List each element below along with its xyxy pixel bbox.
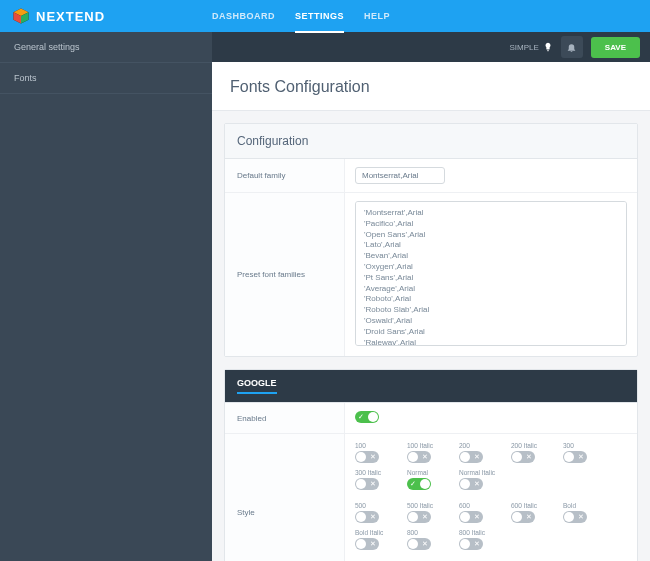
nav-dashboard[interactable]: DASHBOARD	[212, 1, 275, 31]
sidebar-item-fonts[interactable]: Fonts	[0, 63, 212, 94]
toggle-item: 600 Italic	[511, 502, 553, 523]
toggle-label: Bold Italic	[355, 529, 397, 536]
toggle-item: 100 Italic	[407, 442, 449, 463]
toggle-label: Normal Italic	[459, 469, 501, 476]
toggle-item: Bold Italic	[355, 529, 397, 550]
nav-help[interactable]: HELP	[364, 1, 390, 31]
sidebar-item-general[interactable]: General settings	[0, 32, 212, 63]
toggle-label: 100 Italic	[407, 442, 449, 449]
toggle-label: Bold	[563, 502, 605, 509]
toggle-item: 600	[459, 502, 501, 523]
content-toolbar: SIMPLE SAVE	[212, 32, 650, 62]
logo-cube-icon	[12, 7, 30, 25]
style-toggle-grid: 100100 Italic200200 Italic300300 ItalicN…	[355, 442, 627, 561]
sidebar: General settings Fonts	[0, 32, 212, 561]
toggle-switch[interactable]	[407, 451, 431, 463]
toggle-item: 100	[355, 442, 397, 463]
lightbulb-icon	[543, 42, 553, 52]
toggle-switch[interactable]	[355, 478, 379, 490]
toggle-item: 800	[407, 529, 449, 550]
toggle-item: 800 Italic	[459, 529, 501, 550]
toggle-switch[interactable]	[459, 451, 483, 463]
toggle-item: Bold	[563, 502, 605, 523]
toggle-switch[interactable]	[511, 511, 535, 523]
toggle-item: Normal Italic	[459, 469, 501, 490]
page-title: Fonts Configuration	[230, 78, 632, 96]
toggle-label: 200	[459, 442, 501, 449]
toggle-label: 800 Italic	[459, 529, 501, 536]
toggle-switch[interactable]	[355, 511, 379, 523]
toggle-item: 500 Italic	[407, 502, 449, 523]
toggle-item: 200	[459, 442, 501, 463]
page-header: Fonts Configuration	[212, 62, 650, 111]
preset-families-textarea[interactable]	[355, 201, 627, 346]
config-panel: Configuration Default family Preset font…	[224, 123, 638, 357]
toggle-label: 300 Italic	[355, 469, 397, 476]
toggle-label: 600 Italic	[511, 502, 553, 509]
toggle-switch[interactable]	[355, 538, 379, 550]
toggle-switch[interactable]	[459, 478, 483, 490]
nav-settings[interactable]: SETTINGS	[295, 1, 344, 31]
toggle-switch[interactable]	[563, 451, 587, 463]
mode-label: SIMPLE	[509, 43, 538, 52]
default-family-input[interactable]	[355, 167, 445, 184]
toggle-label: 100	[355, 442, 397, 449]
config-panel-heading: Configuration	[225, 124, 637, 159]
toggle-item: 300 Italic	[355, 469, 397, 490]
google-enabled-toggle[interactable]	[355, 411, 379, 423]
toggle-label: 600	[459, 502, 501, 509]
toggle-switch[interactable]	[407, 538, 431, 550]
toggle-switch[interactable]	[407, 478, 431, 490]
toggle-switch[interactable]	[563, 511, 587, 523]
toggle-item: 200 Italic	[511, 442, 553, 463]
toggle-label: 500	[355, 502, 397, 509]
toggle-label: 800	[407, 529, 449, 536]
notifications-button[interactable]	[561, 36, 583, 58]
main-nav: DASHBOARD SETTINGS HELP	[212, 1, 390, 31]
toggle-switch[interactable]	[355, 451, 379, 463]
mode-simple[interactable]: SIMPLE	[509, 42, 552, 52]
toggle-label: 200 Italic	[511, 442, 553, 449]
brand-name: NEXTEND	[36, 9, 105, 24]
toggle-item: 300	[563, 442, 605, 463]
google-panel-heading: GOOGLE	[225, 370, 637, 403]
toggle-item: 500	[355, 502, 397, 523]
google-style-label: Style	[225, 434, 345, 561]
content: SIMPLE SAVE Fonts Configuration Configur…	[212, 32, 650, 561]
toggle-switch[interactable]	[407, 511, 431, 523]
toggle-switch[interactable]	[459, 511, 483, 523]
bell-icon	[566, 42, 577, 53]
toggle-switch[interactable]	[459, 538, 483, 550]
toggle-item: Normal	[407, 469, 449, 490]
toggle-label: Normal	[407, 469, 449, 476]
preset-families-label: Preset font families	[225, 193, 345, 356]
default-family-label: Default family	[225, 159, 345, 192]
google-panel: GOOGLE Enabled Style 100100 Italic200200…	[224, 369, 638, 561]
toggle-switch[interactable]	[511, 451, 535, 463]
toggle-label: 300	[563, 442, 605, 449]
topbar: NEXTEND DASHBOARD SETTINGS HELP	[0, 0, 650, 32]
toggle-label: 500 Italic	[407, 502, 449, 509]
save-button[interactable]: SAVE	[591, 37, 640, 58]
logo: NEXTEND	[12, 7, 212, 25]
google-enabled-label: Enabled	[225, 403, 345, 433]
